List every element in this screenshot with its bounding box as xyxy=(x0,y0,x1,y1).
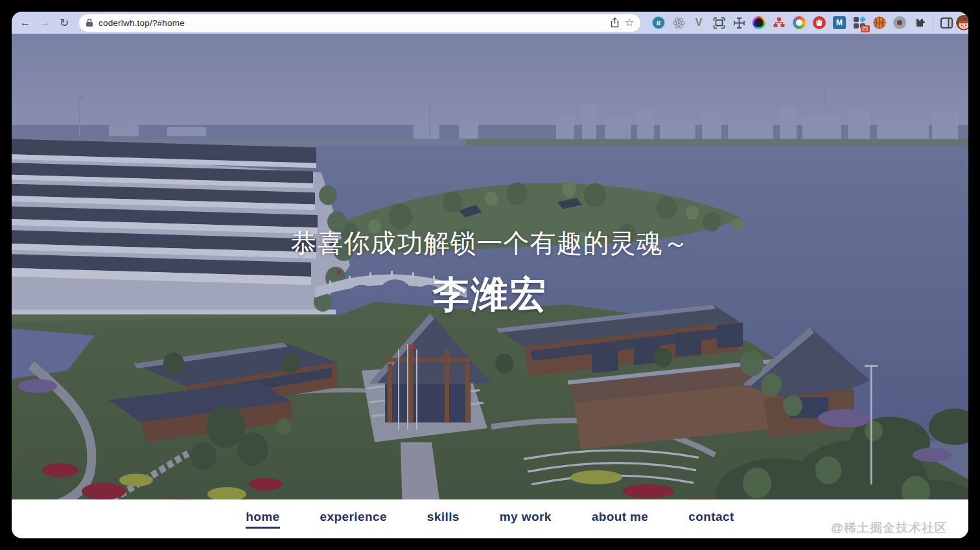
hero-section: 恭喜你成功解锁一个有趣的灵魂～ 李潍宏 home experience skil… xyxy=(12,34,968,538)
browser-window: ← → ↻ coderlwh.top/?#home ☆ R V xyxy=(12,12,968,538)
hero-background-photo xyxy=(12,34,968,538)
extension-colorful-ring-icon[interactable] xyxy=(793,16,806,29)
extension-color-lens-icon[interactable] xyxy=(752,16,765,29)
nav-link-skills[interactable]: skills xyxy=(427,510,460,529)
nav-link-contact[interactable]: contact xyxy=(688,510,734,529)
extension-move-tool-icon[interactable] xyxy=(732,16,745,29)
extension-vue-devtools-icon[interactable]: V xyxy=(692,16,705,29)
extension-basketball-icon[interactable] xyxy=(873,16,886,29)
reload-button[interactable]: ↻ xyxy=(56,14,73,31)
share-icon[interactable] xyxy=(610,17,620,28)
extension-sitemap-icon[interactable] xyxy=(773,16,786,29)
extensions-puzzle-icon[interactable] xyxy=(913,16,926,29)
extension-react-devtools-icon[interactable] xyxy=(672,16,685,29)
browser-toolbar: ← → ↻ coderlwh.top/?#home ☆ R V xyxy=(12,12,968,34)
side-panel-button[interactable] xyxy=(940,16,953,29)
site-navbar: home experience skills my work about me … xyxy=(12,499,968,538)
extension-m-square-icon[interactable]: M xyxy=(833,16,846,29)
forward-button[interactable]: → xyxy=(36,14,53,31)
url-text: coderlwh.top/?#home xyxy=(99,18,605,28)
nav-link-home[interactable]: home xyxy=(246,510,279,529)
extension-gray-dot-icon[interactable] xyxy=(893,16,906,29)
address-bar[interactable]: coderlwh.top/?#home ☆ xyxy=(79,14,640,32)
nav-link-my-work[interactable]: my work xyxy=(500,510,552,529)
lock-icon[interactable] xyxy=(86,18,93,27)
extension-screenshot-frame-icon[interactable] xyxy=(712,16,725,29)
extension-tab-tiles-icon[interactable]: 21 xyxy=(853,16,866,29)
toolbar-divider xyxy=(933,16,933,29)
back-button[interactable]: ← xyxy=(17,14,34,31)
extension-adblock-hand-icon[interactable] xyxy=(813,16,826,29)
bookmark-star-icon[interactable]: ☆ xyxy=(625,17,634,28)
nav-link-about-me[interactable]: about me xyxy=(592,510,649,529)
extension-r-circle-icon[interactable]: R xyxy=(652,16,665,29)
nav-link-experience[interactable]: experience xyxy=(320,510,387,529)
profile-avatar-button[interactable] xyxy=(955,14,968,31)
extensions-row: R V M 21 xyxy=(652,16,926,29)
tab-count-badge: 21 xyxy=(861,25,870,32)
